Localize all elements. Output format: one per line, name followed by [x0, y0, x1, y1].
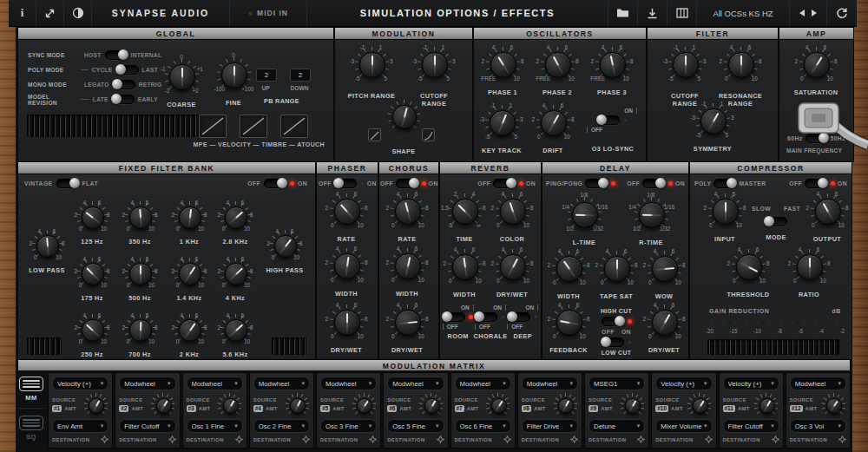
ffb-band-knob[interactable]: 0246810 — [216, 254, 254, 292]
chorus-1-knob[interactable]: 0246810 — [385, 243, 430, 288]
mod-dest-select[interactable]: Filter Cutoff ▾ — [723, 419, 779, 433]
ffb-band-knob[interactable]: 0246810 — [121, 198, 159, 236]
drift-knob[interactable]: 0246810 — [530, 100, 575, 145]
shape-knob[interactable] — [385, 97, 423, 135]
mod-dest-select[interactable]: Osc 3 Vol ▾ — [790, 419, 846, 433]
global-mode-switch[interactable] — [116, 65, 139, 75]
compressor-power-switch[interactable] — [805, 179, 835, 188]
mpe-atouch-curve[interactable] — [280, 115, 308, 138]
mod-source-select[interactable]: Modwheel ▾ — [187, 377, 243, 390]
reverb-time-knob[interactable]: .61.5248∞ — [442, 188, 487, 233]
matrix-sq-button[interactable] — [19, 416, 43, 430]
saturation-knob[interactable]: 0246810 — [793, 42, 838, 87]
mod-dest-select[interactable]: Detune ▾ — [589, 419, 645, 433]
ffb-band-knob[interactable]: 0246810 — [216, 311, 254, 349]
prev-preset-icon[interactable] — [799, 10, 805, 16]
phaser-1-knob[interactable]: 0246810 — [324, 243, 369, 288]
ffb-band-knob[interactable]: 0246810 — [170, 311, 208, 349]
reverb-color-knob[interactable]: 0246810 — [490, 188, 535, 233]
mod-source-select[interactable]: Modwheel ▾ — [119, 377, 175, 390]
wow-knob[interactable]: 0246810 — [641, 246, 687, 291]
pitch-range-knob[interactable]: -5-3-1135 — [349, 42, 394, 87]
mod-dest-select[interactable]: Filter Cutoff ▾ — [119, 419, 175, 433]
reload-icon[interactable] — [827, 0, 857, 26]
delay-drywet-knob[interactable]: 0246810 — [641, 299, 687, 344]
mod-source-select[interactable]: MSEG1 ▾ — [589, 377, 645, 390]
pb-range-down-value[interactable]: 2 — [290, 69, 311, 82]
phaser-2-knob[interactable]: 0246810 — [324, 299, 369, 344]
next-preset-icon[interactable] — [812, 10, 817, 16]
reverb-power-switch[interactable] — [493, 179, 523, 188]
feedback-knob[interactable]: 0246810 — [546, 299, 591, 344]
ffb-band-knob[interactable]: 0246810 — [216, 198, 254, 236]
mod-amt-knob[interactable] — [485, 392, 511, 418]
mod-amt-knob[interactable] — [418, 392, 444, 418]
mod-source-select[interactable]: Modwheel ▾ — [522, 377, 578, 390]
threshold-knob[interactable]: 0246810 — [726, 244, 771, 289]
delay-power-switch[interactable] — [642, 179, 673, 188]
mod-amt-knob[interactable] — [753, 392, 779, 418]
chorus-2-knob[interactable]: 0246810 — [385, 299, 430, 344]
mod-source-select[interactable]: Modwheel ▾ — [790, 377, 846, 390]
ffb-band-knob[interactable]: 0246810 — [73, 311, 111, 349]
high-cut-switch[interactable] — [602, 317, 632, 326]
preset-name[interactable]: All OCSs KS HZ — [697, 0, 790, 26]
info-icon[interactable]: i — [9, 0, 36, 26]
mod-amt-knob[interactable] — [687, 392, 713, 418]
mod-source-select[interactable]: Modwheel ▾ — [387, 377, 444, 390]
resonance-range-knob[interactable]: 0246810 — [718, 42, 763, 87]
comp-input-knob[interactable]: 0246810 — [702, 188, 747, 233]
ffb-band-knob[interactable]: 0246810 — [170, 254, 208, 292]
mod-source-select[interactable]: Modwheel ▾ — [253, 377, 310, 390]
ffb-band-knob[interactable]: 0246810 — [73, 198, 111, 236]
mode-switch[interactable] — [765, 217, 787, 226]
folder-icon[interactable] — [608, 0, 638, 26]
phase2-knob[interactable]: FREE246810 — [535, 42, 580, 87]
reverb-chorale-switch[interactable] — [475, 312, 505, 322]
mod-amt-knob[interactable] — [217, 392, 243, 418]
ffb-power-switch[interactable] — [264, 179, 294, 188]
voice-switch[interactable] — [713, 179, 736, 188]
ffb-band-knob[interactable]: 0246810 — [73, 254, 111, 292]
mod-amt-knob[interactable] — [284, 392, 310, 418]
ffb-band-knob[interactable]: 0246810 — [121, 254, 159, 292]
mod-source-select[interactable]: Velocity (+) ▾ — [723, 377, 779, 390]
mod-dest-select[interactable]: Osc 6 Fine ▾ — [455, 419, 511, 433]
phaser-0-knob[interactable]: 0246810 — [324, 188, 369, 233]
key-track-knob[interactable]: -5-3-1135 — [479, 100, 524, 145]
mod-amt-knob[interactable] — [619, 392, 645, 418]
reverb-width-knob[interactable]: 0246810 — [442, 244, 487, 289]
save-icon[interactable] — [638, 0, 667, 26]
mpe-timbre-curve[interactable] — [240, 115, 267, 138]
reverb-room-switch[interactable] — [443, 312, 473, 322]
ratio-knob[interactable]: 0246810 — [786, 244, 832, 289]
cutoff-range-knob[interactable]: -5-3-1135 — [411, 42, 457, 87]
reverb-drywet-knob[interactable]: 0246810 — [490, 244, 535, 289]
mod-dest-select[interactable]: Osc 2 Fine ▾ — [253, 419, 310, 433]
r-time-knob[interactable]: 1/21/41/81/161/32 — [628, 192, 674, 237]
mod-amt-knob[interactable] — [820, 392, 846, 418]
ffb-band-knob[interactable]: 0246810 — [170, 198, 208, 236]
comp-output-knob[interactable]: 0246810 — [805, 188, 850, 233]
preset-browser-icon[interactable] — [667, 0, 697, 26]
phase3-knob[interactable]: FREE246810 — [589, 42, 635, 87]
mod-source-select[interactable]: Velocity (+) ▾ — [52, 377, 108, 390]
mod-amt-knob[interactable] — [82, 392, 108, 418]
pb-range-up-value[interactable]: 2 — [256, 69, 277, 82]
mod-amt-knob[interactable] — [351, 392, 377, 418]
mpe-velocity-curve[interactable] — [199, 115, 227, 138]
low-cut-switch[interactable] — [602, 337, 632, 347]
mod-dest-select[interactable]: Mixer Volume ▾ — [655, 419, 712, 433]
o3-losync-switch[interactable] — [597, 115, 628, 125]
chorus-power-switch[interactable] — [396, 179, 426, 188]
mod-amt-knob[interactable] — [150, 392, 176, 418]
mod-source-select[interactable]: Modwheel ▾ — [455, 377, 511, 390]
mod-dest-select[interactable]: Filter Drive ▾ — [522, 419, 578, 433]
mod-source-select[interactable]: Velocity (+) ▾ — [655, 377, 712, 390]
chorus-0-knob[interactable]: 0246810 — [385, 188, 430, 233]
symmetry-knob[interactable]: -5-3-1135 — [690, 98, 735, 143]
pingpong-switch[interactable] — [585, 179, 615, 188]
high-pass-knob[interactable]: 0246810 — [266, 226, 304, 265]
delay-width-knob[interactable]: 0246810 — [546, 246, 591, 291]
phase1-knob[interactable]: FREE246810 — [480, 42, 525, 87]
